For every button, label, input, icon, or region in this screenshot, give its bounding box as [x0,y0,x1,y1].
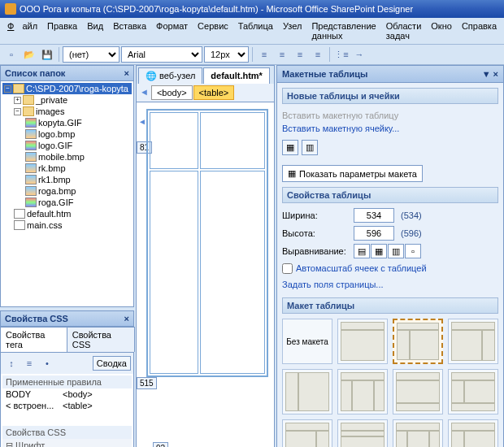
rules-header: Примененные правила [2,375,132,388]
expand-icon[interactable]: + [14,97,21,104]
separator [329,47,330,62]
layout-option[interactable] [448,369,498,414]
layout-option[interactable] [393,369,443,414]
font-group[interactable]: ⊟ Шрифт [2,439,132,447]
tab-default-htm[interactable]: default.htm* [203,67,270,84]
layout-option[interactable] [448,319,498,364]
tab-website[interactable]: 🌐 веб-узел [138,67,202,84]
align-left-button[interactable]: ≡ [256,46,272,63]
tab-css-props[interactable]: Свойства CSS [67,327,135,352]
bc-body[interactable]: <body> [151,85,193,100]
image-icon [25,175,37,184]
tree-item[interactable]: mobile.bmp [2,151,132,163]
size-select[interactable]: 12px [204,46,249,63]
menu-edit[interactable]: Правка [43,20,81,42]
document-tabs: 🌐 веб-узел default.htm* [137,66,274,84]
tab-tag-props[interactable]: Свойства тега [0,327,67,352]
menu-insert[interactable]: Вставка [109,20,150,42]
layout-option[interactable] [337,369,388,414]
toolbar: ▫ 📂 💾 (нет) Arial 12px ≡ ≡ ≡ ≡ ⋮≡ → [0,45,504,65]
menu-window[interactable]: Окно [427,20,456,42]
save-button[interactable]: 💾 [39,46,55,63]
height-row: Высота: (596) [282,226,498,241]
collapse-icon[interactable]: − [14,108,21,115]
insert-table-link: Вставить макетную таблицу [282,109,498,122]
menu-task[interactable]: Области задач [382,20,426,42]
layout-option[interactable] [337,319,388,364]
height-input[interactable] [354,226,394,241]
summary-button[interactable]: Сводка [93,356,131,371]
show-params-button[interactable]: ▦ Показать параметры макета [282,165,423,182]
menu-view[interactable]: Вид [83,20,107,42]
css-tool-button[interactable]: • [39,355,55,371]
panel-header: Макетные таблицы ▼ × [277,66,503,83]
indent-button[interactable]: → [351,46,367,63]
layout-none[interactable]: Без макета [282,319,332,364]
align-label: Выравнивание: [282,246,347,256]
close-icon[interactable]: × [124,68,129,78]
tree-item[interactable]: logo.bmp [2,128,132,140]
tree-item[interactable]: roga.GIF [2,197,132,208]
layout-option[interactable] [282,419,332,447]
css-tool-button[interactable]: ↕ [3,355,20,371]
tree-item[interactable]: +_private [2,94,132,106]
autoscale-check[interactable] [282,263,293,274]
bc-table[interactable]: <table> [193,85,235,100]
tree-item[interactable]: roga.bmp [2,185,132,197]
align-right-button[interactable]: ▥ [388,244,404,258]
tree-item[interactable]: kopyta.GIF [2,117,132,128]
close-icon[interactable]: ▼ × [482,69,498,79]
css-rule[interactable]: BODY<body> [2,388,132,400]
new-button[interactable]: ▫ [3,46,20,63]
insert-cell-link[interactable]: Вставить макетную ячейку... [282,122,498,135]
css-tool-button[interactable]: ≡ [21,355,37,371]
align-justify-button[interactable]: ≡ [310,46,326,63]
tree-item[interactable]: rk1.bmp [2,174,132,185]
align-center-button[interactable]: ▦ [371,244,387,258]
menu-tools[interactable]: Сервис [193,20,232,42]
menu-file[interactable]: Файл [3,20,41,42]
tree-item[interactable]: main.css [2,219,132,231]
height-label: Высота: [282,228,347,238]
collapse-icon[interactable]: − [4,85,11,93]
design-canvas[interactable]: ◄ 81 515 92 [137,102,274,447]
tree-item[interactable]: −images [2,106,132,117]
css-rule[interactable]: < встроен...<table> [2,400,132,411]
align-right-button[interactable]: ≡ [292,46,308,63]
image-icon [25,163,37,173]
close-icon[interactable]: × [124,314,129,323]
css-panel-header: Свойства CSS × [0,310,134,327]
tree-item[interactable]: logo.GIF [2,140,132,151]
layout-option[interactable] [282,369,332,414]
width-input[interactable] [354,208,394,223]
menu-node[interactable]: Узел [279,20,306,42]
layout-tool-button[interactable]: ▦ [282,140,298,155]
align-row: Выравнивание: ▤ ▦ ▥ ▫ [282,244,498,258]
tree-item[interactable]: default.htm [2,208,132,219]
menu-format[interactable]: Формат [152,20,192,42]
layout-tool-button[interactable]: ▥ [302,140,318,155]
section-layout: Макет таблицы [282,297,498,314]
align-left-button[interactable]: ▤ [354,244,370,258]
autoscale-checkbox[interactable]: Автомасштаб ячеек с таблицей [282,262,498,275]
tree-item[interactable]: rk.bmp [2,163,132,174]
tree-root[interactable]: −C:\SPD-2007\roga-kopyta [2,83,132,94]
font-select[interactable]: Arial [121,46,202,63]
menu-help[interactable]: Справка [458,20,501,42]
file-icon [14,220,25,230]
menu-data[interactable]: Представление данных [307,20,380,42]
align-none-button[interactable]: ▫ [405,244,421,258]
width-actual: (534) [401,210,422,220]
layout-option[interactable] [337,419,388,447]
layout-table[interactable] [146,109,268,377]
list-button[interactable]: ⋮≡ [333,46,350,63]
open-button[interactable]: 📂 [21,46,37,63]
layout-option[interactable] [393,319,443,364]
layout-option[interactable] [393,419,443,447]
layout-option[interactable] [448,419,498,447]
style-select[interactable]: (нет) [63,46,119,63]
page-margins-link[interactable]: Задать поля страницы... [282,278,498,291]
dimension-label: 92 [153,442,168,447]
align-center-button[interactable]: ≡ [274,46,290,63]
menu-table[interactable]: Таблица [234,20,277,42]
